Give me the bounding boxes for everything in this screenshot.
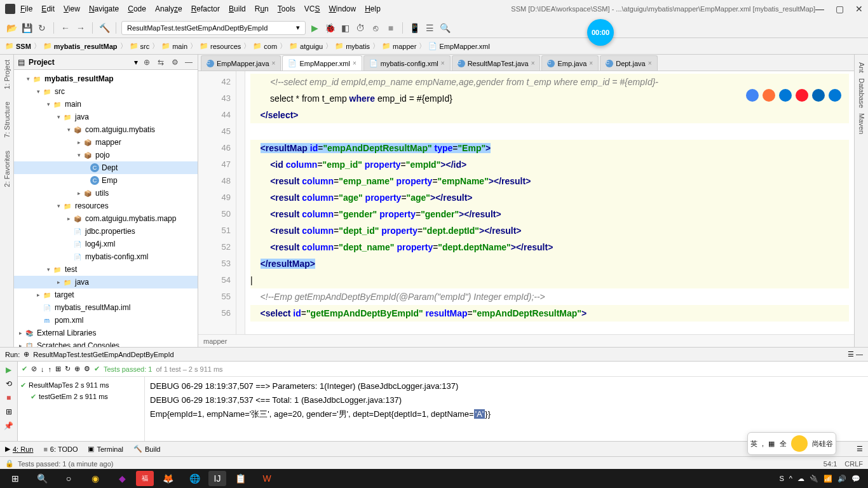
tree-iml[interactable]: 📄mybatis_resultMap.iml xyxy=(14,301,198,314)
menu-file[interactable]: File xyxy=(20,4,32,13)
console-output[interactable]: DEBUG 06-29 18:19:37,507 ==> Parameters:… xyxy=(145,377,868,441)
menu-navigate[interactable]: Navigate xyxy=(89,4,119,13)
side-tab-project[interactable]: 1: Project xyxy=(3,60,11,89)
search-button[interactable]: 🔍 xyxy=(29,470,55,487)
menu-code[interactable]: Code xyxy=(128,4,146,13)
menu-run[interactable]: Run xyxy=(255,4,269,13)
run-config-selector[interactable]: ResultMapTest.testGetEmpAndDeptByEmpId ▾ xyxy=(121,21,306,35)
hide-icon[interactable]: — xyxy=(184,58,194,67)
tray-icon[interactable]: ^ xyxy=(789,475,792,482)
menu-refactor[interactable]: Refactor xyxy=(191,4,220,13)
task-app-4[interactable]: 📋 xyxy=(227,470,253,487)
tab-terminal[interactable]: ▣ Terminal xyxy=(88,445,123,453)
ime-badge[interactable]: 英, ▦全 尚硅谷 xyxy=(747,432,836,455)
attach-button[interactable]: ⎋ xyxy=(369,22,382,34)
tab-empmapper-xml[interactable]: 📄EmpMapper.xml× xyxy=(282,55,362,71)
tab-run[interactable]: ▶ 4: Run xyxy=(5,445,33,453)
tree-test-java[interactable]: ▸📁java xyxy=(14,276,198,288)
maximize-button[interactable]: ▢ xyxy=(836,4,844,14)
structure-icon[interactable]: ☰ xyxy=(423,22,436,34)
timer-badge[interactable]: 00:00 xyxy=(587,19,614,46)
tab-empmapper-java[interactable]: CEmpMapper.java× xyxy=(201,55,281,71)
close-button[interactable]: ✕ xyxy=(855,4,863,14)
tray-icon[interactable]: 🔌 xyxy=(810,475,818,483)
crumb-src[interactable]: 📁 src xyxy=(130,42,150,50)
task-app-1[interactable]: ◉ xyxy=(83,470,108,487)
menu-window[interactable]: Window xyxy=(329,4,356,13)
toggle-button[interactable]: ⟲ xyxy=(3,378,15,390)
crumb-com[interactable]: 📁 com xyxy=(253,42,277,50)
start-button[interactable]: ⊞ xyxy=(3,470,28,487)
safari-icon[interactable] xyxy=(779,89,792,102)
settings-icon[interactable]: ⚙ xyxy=(170,58,180,67)
task-idea[interactable]: IJ xyxy=(208,471,226,486)
tree-dept[interactable]: CDept xyxy=(14,161,198,174)
layout-button[interactable]: ⊞ xyxy=(3,406,15,417)
side-tab-ant[interactable]: Ant xyxy=(858,60,865,76)
task-app-2[interactable]: ◆ xyxy=(109,470,135,487)
build-icon[interactable]: 🔨 xyxy=(98,22,111,34)
tree-src[interactable]: ▾📁src xyxy=(14,85,198,98)
tree-log4j[interactable]: 📄log4j.xml xyxy=(14,238,198,250)
open-icon[interactable]: 📂 xyxy=(5,22,18,34)
tree-java[interactable]: ▾📁java xyxy=(14,111,198,123)
profile-button[interactable]: ⏱ xyxy=(354,22,367,34)
refresh-icon[interactable]: ↻ xyxy=(36,22,48,34)
stop-run-button[interactable]: ■ xyxy=(3,392,15,403)
task-firefox[interactable]: 🦊 xyxy=(155,470,180,487)
tray-icon[interactable]: 📶 xyxy=(824,475,832,483)
tree-jdbc[interactable]: 📄jdbc.properties xyxy=(14,225,198,238)
run-button[interactable]: ▶ xyxy=(308,22,321,34)
crumb-main[interactable]: 📁 main xyxy=(161,42,187,50)
menu-build[interactable]: Build xyxy=(229,4,246,13)
crumb-file[interactable]: 📄 EmpMapper.xml xyxy=(428,42,489,50)
crumb-mybatis[interactable]: 📁 mybatis xyxy=(335,42,370,50)
debug-button[interactable]: 🐞 xyxy=(323,22,336,34)
ie-icon[interactable] xyxy=(812,89,825,102)
pin-button[interactable]: 📌 xyxy=(3,420,15,431)
tree-pojo[interactable]: ▾📦pojo xyxy=(14,149,198,161)
firefox-icon[interactable] xyxy=(763,89,775,102)
crumb-mapper[interactable]: 📁 mapper xyxy=(382,42,416,50)
menu-vcs[interactable]: VCS xyxy=(304,4,320,13)
task-chrome[interactable]: 🌐 xyxy=(182,470,207,487)
tab-emp-java[interactable]: CEmp.java× xyxy=(541,55,599,71)
tab-dept-java[interactable]: CDept.java× xyxy=(600,55,657,71)
tray-volume-icon[interactable]: 🔊 xyxy=(837,475,846,483)
tree-emp[interactable]: CEmp xyxy=(14,174,198,187)
tree-utils[interactable]: ▸📦utils xyxy=(14,187,198,200)
side-tab-maven[interactable]: Maven xyxy=(858,111,865,137)
tree-resources[interactable]: ▾📁resources xyxy=(14,200,198,212)
rerun-button[interactable]: ▶ xyxy=(3,364,15,376)
opera-icon[interactable] xyxy=(796,89,808,102)
tree-test[interactable]: ▾📁test xyxy=(14,263,198,276)
menu-analyze[interactable]: Analyze xyxy=(155,4,182,13)
coverage-button[interactable]: ◧ xyxy=(339,22,351,34)
tab-mybatis-config[interactable]: 📄mybatis-config.xml× xyxy=(363,55,451,71)
tree-mapper[interactable]: ▸📦mapper xyxy=(14,136,198,149)
save-icon[interactable]: 💾 xyxy=(20,22,33,34)
tab-build[interactable]: 🔨 Build xyxy=(133,445,160,453)
expand-icon[interactable]: ⇆ xyxy=(156,58,166,67)
search-icon[interactable]: 🔍 xyxy=(438,22,451,34)
chrome-icon[interactable] xyxy=(746,89,759,102)
minimize-button[interactable]: — xyxy=(815,4,824,14)
task-app-5[interactable]: W xyxy=(254,470,280,487)
tree-module[interactable]: ▾📁mybatis_resultMap xyxy=(14,72,198,85)
cortana-button[interactable]: ○ xyxy=(56,470,81,487)
project-tree[interactable]: ▾📁mybatis_resultMap ▾📁src ▾📁main ▾📁java … xyxy=(14,70,198,347)
crumb-resources[interactable]: 📁 resources xyxy=(200,42,241,50)
tray-icon[interactable]: S xyxy=(779,475,783,482)
tree-mybatis-cfg[interactable]: 📄mybatis-config.xml xyxy=(14,250,198,263)
tree-scratches[interactable]: ▸📋Scratches and Consoles xyxy=(14,339,198,347)
tree-res-pkg[interactable]: ▸📦com.atguigu.mybatis.mapp xyxy=(14,212,198,225)
event-log-icon[interactable]: ☰ xyxy=(857,445,863,453)
test-tree[interactable]: ✔ResultMapTes 2 s 911 ms ✔testGetEm 2 s … xyxy=(18,377,145,441)
tab-todo[interactable]: ≡ 6: TODO xyxy=(43,445,78,453)
tab-resultmaptest[interactable]: CResultMapTest.java× xyxy=(452,55,541,71)
tree-pkg[interactable]: ▾📦com.atguigu.mybatis xyxy=(14,123,198,136)
menu-edit[interactable]: Edit xyxy=(41,4,55,13)
tree-main[interactable]: ▾📁main xyxy=(14,98,198,111)
menu-help[interactable]: Help xyxy=(365,4,381,13)
side-tab-structure[interactable]: 7: Structure xyxy=(3,102,11,138)
